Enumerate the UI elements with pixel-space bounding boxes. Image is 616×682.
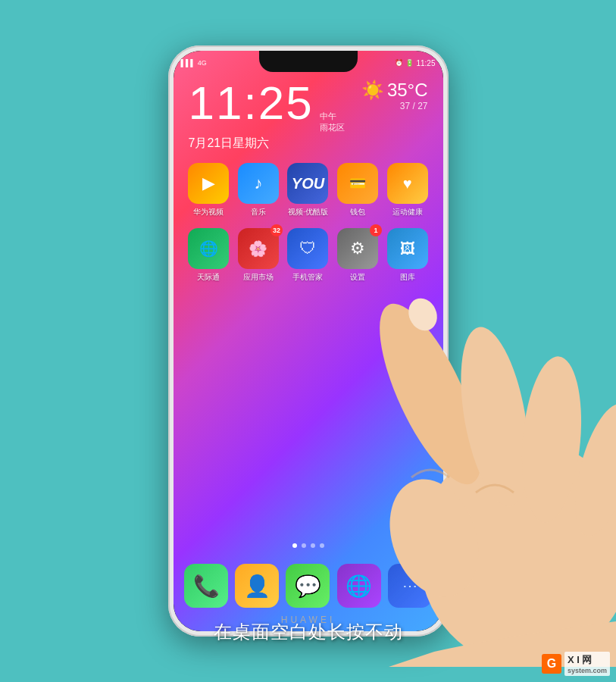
dot-2 — [302, 543, 306, 548]
dock-phone[interactable]: 📞 — [184, 564, 228, 608]
appstore-icon: 🌸 — [249, 239, 267, 258]
dock-messages[interactable]: 💬 — [286, 564, 330, 608]
phone-body: ▌▌▌ 4G ⏰ 🔋 11:25 11:25 中午 — [168, 45, 449, 637]
play-icon: ▶ — [202, 174, 215, 193]
browser-icon: 🌐 — [346, 574, 372, 599]
app-row-1: ▶ 华为视频 ♪ 音乐 YOU — [184, 163, 433, 217]
weather-icon: ☀️ — [361, 80, 384, 101]
screen[interactable]: ▌▌▌ 4G ⏰ 🔋 11:25 11:25 中午 — [174, 51, 443, 631]
wallet-icon: 💳 — [349, 175, 366, 192]
app-appstore[interactable]: 🌸 32 应用市场 — [235, 228, 282, 283]
battery-icon: 🔋 — [405, 59, 414, 67]
dot-1 — [292, 543, 297, 548]
app-icon-health[interactable]: ♥ — [387, 163, 428, 204]
app-label-wallet: 钱包 — [350, 207, 365, 217]
app-settings[interactable]: ⚙ 1 设置 — [334, 228, 381, 283]
svg-point-4 — [516, 354, 588, 525]
health-icon: ♥ — [403, 175, 412, 192]
signal-icon: ▌▌▌ — [181, 59, 195, 67]
watermark-g-icon: G — [542, 654, 561, 674]
contacts-icon: 👤 — [244, 574, 270, 599]
page-dots — [174, 543, 443, 548]
app-wallet[interactable]: 💳 钱包 — [334, 163, 381, 217]
network-type: 4G — [198, 59, 207, 67]
app-label-health: 运动健康 — [392, 207, 423, 217]
tianxintong-icon: 🌐 — [199, 239, 218, 258]
app-row-2: 🌐 天际通 🌸 32 应用市场 — [184, 228, 433, 283]
dock: 📞 👤 💬 🌐 ⋯ — [181, 555, 436, 616]
watermark-text: X I 网 system.com — [564, 652, 610, 676]
app-youku[interactable]: YOU 视频·优酷版 — [284, 163, 331, 217]
app-icon-settings[interactable]: ⚙ 1 — [337, 228, 378, 269]
app-icon-huawei-video[interactable]: ▶ — [188, 163, 229, 204]
app-label-appstore: 应用市场 — [243, 272, 274, 283]
dock-browser[interactable]: 🌐 — [337, 564, 381, 608]
dot-3 — [311, 543, 315, 548]
scene: ▌▌▌ 4G ⏰ 🔋 11:25 11:25 中午 — [0, 0, 616, 682]
weather-area: ☀️ 35°C 37 / 27 — [361, 80, 428, 111]
music-icon: ♪ — [254, 174, 262, 193]
phonemanager-icon: 🛡 — [299, 239, 316, 258]
svg-point-3 — [449, 322, 540, 512]
time-period: 中午 — [320, 111, 345, 122]
youku-icon: YOU — [292, 175, 324, 192]
weather-temp: 35°C — [387, 80, 428, 101]
time-display: 11:25 — [189, 80, 314, 127]
app-phonemanager[interactable]: 🛡 手机管家 — [284, 228, 331, 283]
time-location: 雨花区 — [320, 122, 345, 133]
watermark: G X I 网 system.com — [542, 652, 610, 676]
status-left: ▌▌▌ 4G — [181, 59, 207, 67]
app-icon-tianxintong[interactable]: 🌐 — [188, 228, 229, 269]
app-label-huawei-video: 华为视频 — [193, 207, 224, 217]
app-label-settings: 设置 — [350, 272, 365, 283]
app-gallery[interactable]: 🖼 图库 — [384, 228, 431, 283]
app-label-music: 音乐 — [251, 207, 266, 217]
app-label-phonemanager: 手机管家 — [292, 272, 323, 283]
app-health[interactable]: ♥ 运动健康 — [384, 163, 431, 217]
app-icon-wallet[interactable]: 💳 — [337, 163, 378, 204]
status-right: ⏰ 🔋 11:25 — [395, 59, 435, 67]
date-line: 7月21日星期六 — [189, 136, 270, 152]
phone-icon: 📞 — [193, 574, 220, 599]
app-label-tianxintong: 天际通 — [197, 272, 220, 283]
dock-contacts[interactable]: 👤 — [235, 564, 279, 608]
app-icon-appstore[interactable]: 🌸 32 — [238, 228, 279, 269]
dot-4 — [320, 543, 324, 548]
time-detail: 中午 雨花区 — [320, 111, 345, 134]
more-icon: ⋯ — [402, 577, 417, 595]
phone-inner: ▌▌▌ 4G ⏰ 🔋 11:25 11:25 中午 — [174, 51, 443, 631]
app-grid: ▶ 华为视频 ♪ 音乐 YOU — [184, 163, 433, 290]
messages-icon: 💬 — [295, 574, 321, 599]
app-icon-phonemanager[interactable]: 🛡 — [287, 228, 328, 269]
app-huawei-video[interactable]: ▶ 华为视频 — [185, 163, 232, 217]
gallery-icon: 🖼 — [400, 240, 415, 258]
app-icon-youku[interactable]: YOU — [287, 163, 328, 204]
appstore-badge: 32 — [270, 224, 283, 236]
app-label-gallery: 图库 — [400, 272, 415, 283]
svg-point-5 — [564, 398, 616, 542]
subtitle-text: 在桌面空白处长按不动 — [0, 620, 616, 644]
dock-more[interactable]: ⋯ — [388, 564, 432, 608]
status-time: 11:25 — [416, 59, 435, 67]
alarm-icon: ⏰ — [395, 59, 403, 67]
app-label-youku: 视频·优酷版 — [288, 207, 328, 217]
app-tianxintong[interactable]: 🌐 天际通 — [185, 228, 232, 283]
settings-icon: ⚙ — [350, 239, 365, 258]
app-icon-music[interactable]: ♪ — [238, 163, 279, 204]
weather-range: 37 / 27 — [361, 101, 428, 111]
app-music[interactable]: ♪ 音乐 — [235, 163, 282, 217]
app-icon-gallery[interactable]: 🖼 — [387, 228, 428, 269]
notch — [259, 51, 358, 72]
settings-badge: 1 — [370, 224, 382, 236]
